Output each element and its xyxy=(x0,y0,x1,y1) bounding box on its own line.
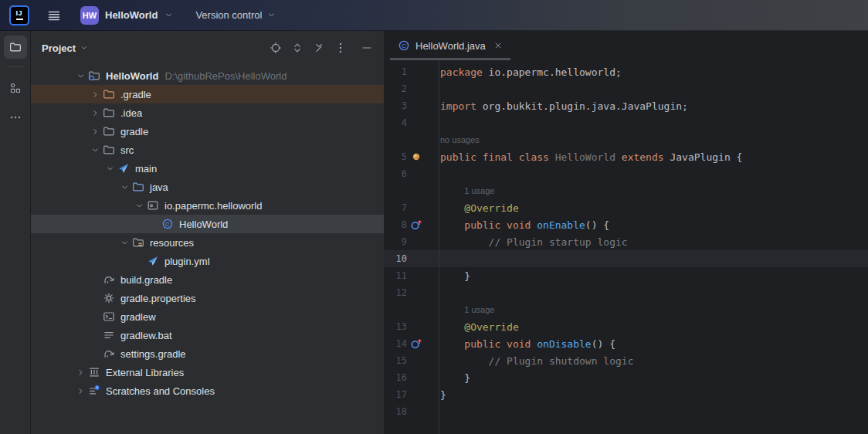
intellij-window: IJ HW HelloWorld Version control Project xyxy=(0,0,868,434)
code-line-11[interactable]: 11 } xyxy=(384,267,868,284)
folder-icon xyxy=(103,144,115,156)
gradle-icon xyxy=(103,348,115,360)
code-text: @Override xyxy=(439,202,519,214)
gear-icon xyxy=(103,292,115,304)
tree-item-settings-gradle[interactable]: settings.gradle xyxy=(31,344,384,363)
tree-item-external-libraries[interactable]: External Libraries xyxy=(31,363,384,381)
line-number: 1 xyxy=(384,66,407,77)
gradle-icon xyxy=(103,273,115,286)
folder-icon xyxy=(9,41,22,53)
project-widget[interactable]: HW HelloWorld xyxy=(80,6,174,25)
chevron-down-icon[interactable] xyxy=(105,164,117,174)
locate-button[interactable] xyxy=(268,40,283,56)
line-number: 10 xyxy=(384,253,407,264)
project-name: HelloWorld xyxy=(105,9,158,21)
hide-panel-button[interactable] xyxy=(359,40,375,56)
close-icon[interactable] xyxy=(493,41,503,50)
svg-text:C: C xyxy=(165,221,170,228)
tree-item-idea[interactable]: .idea xyxy=(31,103,384,122)
code-editor[interactable]: 1package io.papermc.helloworld;23import … xyxy=(384,60,868,434)
terminal-icon xyxy=(103,310,115,323)
chevron-down-icon[interactable] xyxy=(120,182,132,192)
line-number: 11 xyxy=(384,270,407,281)
chevron-right-icon[interactable] xyxy=(90,90,103,100)
chevron-down-icon[interactable] xyxy=(90,145,103,155)
line-number: 14 xyxy=(384,338,407,349)
code-line-18[interactable]: 18 xyxy=(384,403,868,420)
tree-item-src[interactable]: src xyxy=(31,141,384,159)
line-number: 2 xyxy=(384,83,407,94)
tree-item-gradle[interactable]: .gradle xyxy=(31,85,384,103)
chevron-right-icon[interactable] xyxy=(90,127,103,137)
hamburger-icon xyxy=(47,9,59,22)
tree-item-resources[interactable]: resources xyxy=(31,233,384,252)
inlay-hint: 1 usage xyxy=(439,304,494,316)
line-number: 7 xyxy=(384,202,407,213)
code-text: public void onDisable() { xyxy=(439,338,615,350)
locate-icon xyxy=(270,42,282,54)
kebab-menu-button[interactable] xyxy=(333,40,348,56)
overriding-method-icon[interactable] xyxy=(407,219,439,231)
overriding-method-icon[interactable] xyxy=(407,337,439,350)
code-text: public void onEnable() { xyxy=(439,219,609,231)
kebab-menu-icon xyxy=(334,42,347,54)
chevron-right-icon[interactable] xyxy=(76,368,88,378)
tree-item-helloworld[interactable]: CHelloWorld xyxy=(31,215,384,233)
code-line-8[interactable]: 8 public void onEnable() { xyxy=(384,216,868,233)
code-line-10[interactable]: 10 xyxy=(384,250,868,267)
text-file-icon xyxy=(103,329,115,341)
tree-item-plugin-yml[interactable]: plugin.yml xyxy=(31,252,384,270)
chevron-down-icon[interactable] xyxy=(134,201,147,211)
main-toolbar: IJ HW HelloWorld Version control xyxy=(0,0,868,31)
tree-item-build-gradle[interactable]: build.gradle xyxy=(31,270,384,289)
tree-item-java[interactable]: java xyxy=(31,178,384,196)
inlay-hint-row[interactable]: 1 usage xyxy=(384,182,868,199)
code-text: @Override xyxy=(439,321,519,333)
code-line-13[interactable]: 13 @Override xyxy=(384,318,868,335)
code-line-5[interactable]: 5public final class HelloWorld extends J… xyxy=(384,148,868,165)
tree-item-scratches-and-consoles[interactable]: Scratches and Consoles xyxy=(31,381,384,400)
code-line-12[interactable]: 12 xyxy=(384,284,868,301)
editor-tab-helloworld-java[interactable]: C HelloWorld.java xyxy=(390,31,510,60)
collapse-all-button[interactable] xyxy=(311,40,327,56)
code-line-17[interactable]: 17} xyxy=(384,386,868,403)
expand-all-button[interactable] xyxy=(290,40,305,56)
chevron-down-icon[interactable] xyxy=(76,71,88,81)
minecraft-plugin-icon[interactable] xyxy=(407,151,439,163)
stripe-button-project[interactable] xyxy=(4,36,27,59)
line-number: 3 xyxy=(384,100,407,111)
tree-item-main[interactable]: main xyxy=(31,159,384,178)
code-line-4[interactable]: 4 xyxy=(384,114,868,131)
chevron-down-icon[interactable] xyxy=(120,238,132,248)
tree-item-label: HelloWorld xyxy=(179,219,228,230)
code-line-14[interactable]: 14 public void onDisable() { xyxy=(384,335,868,352)
collapse-all-icon xyxy=(313,42,325,54)
stripe-button-structure[interactable] xyxy=(4,76,27,100)
code-line-16[interactable]: 16 } xyxy=(384,369,868,386)
tree-item-helloworld[interactable]: HelloWorldD:\githubRePos\HelloWorld xyxy=(31,66,384,85)
inlay-hint-row[interactable]: 1 usage xyxy=(384,301,868,318)
tree-item-io-papermc-helloworld[interactable]: io.papermc.helloworld xyxy=(31,196,384,215)
code-line-3[interactable]: 3import org.bukkit.plugin.java.JavaPlugi… xyxy=(384,97,868,114)
code-line-2[interactable]: 2 xyxy=(384,80,868,97)
code-line-9[interactable]: 9 // Plugin startup logic xyxy=(384,233,868,250)
code-line-6[interactable]: 6 xyxy=(384,165,868,182)
inlay-hint-row[interactable]: no usages xyxy=(384,131,868,148)
tree-item-gradlew-bat[interactable]: gradlew.bat xyxy=(31,326,384,344)
code-text: } xyxy=(439,270,470,282)
tree-item-gradle-properties[interactable]: gradle.properties xyxy=(31,289,384,307)
chevron-down-icon xyxy=(266,10,276,20)
code-text: import org.bukkit.plugin.java.JavaPlugin… xyxy=(439,100,688,112)
main-menu-button[interactable] xyxy=(42,4,65,27)
code-line-7[interactable]: 7 @Override xyxy=(384,199,868,216)
tree-item-gradlew[interactable]: gradlew xyxy=(31,307,384,326)
code-line-15[interactable]: 15 // Plugin shutdown logic xyxy=(384,352,868,369)
tree-item-gradle[interactable]: gradle xyxy=(31,122,384,141)
chevron-right-icon[interactable] xyxy=(90,108,103,118)
chevron-right-icon[interactable] xyxy=(76,386,88,396)
code-line-1[interactable]: 1package io.papermc.helloworld; xyxy=(384,63,868,80)
package-icon xyxy=(147,199,159,212)
vcs-widget[interactable]: Version control xyxy=(195,9,276,21)
project-view-selector[interactable]: Project xyxy=(42,42,89,54)
stripe-button-more[interactable] xyxy=(4,106,27,129)
